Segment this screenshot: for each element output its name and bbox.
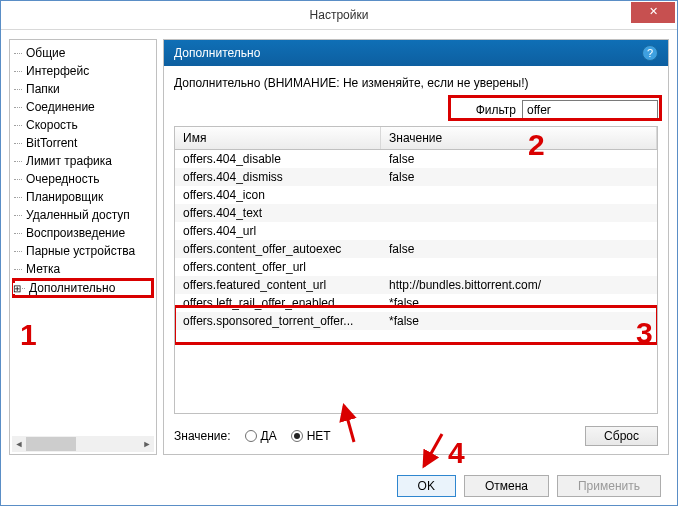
cell-name: offers.sponsored_torrent_offer... (175, 313, 381, 329)
table-row[interactable]: offers.sponsored_torrent_offer...*false (175, 312, 657, 330)
cell-name: offers.content_offer_url (175, 259, 381, 275)
content-area: Общие Интерфейс Папки Соединение Скорост… (9, 39, 669, 455)
radio-no[interactable]: НЕТ (291, 429, 331, 443)
cell-value: http://bundles.bittorrent.com/ (381, 277, 657, 293)
cell-value (381, 187, 657, 203)
tree-item-queue[interactable]: Очередность (12, 170, 154, 188)
filter-row: Фильтр (164, 94, 668, 126)
tree-root: Общие Интерфейс Папки Соединение Скорост… (10, 40, 156, 302)
cell-name: offers.404_icon (175, 187, 381, 203)
cell-value (381, 205, 657, 221)
cell-name: offers.content_offer_autoexec (175, 241, 381, 257)
reset-button[interactable]: Сброс (585, 426, 658, 446)
cell-value: *false (381, 313, 657, 329)
table-row[interactable]: offers.404_icon (175, 186, 657, 204)
tree-item-advanced[interactable]: Дополнительно (12, 278, 154, 298)
cell-value: false (381, 169, 657, 185)
advanced-table[interactable]: Имя Значение offers.404_disablefalseoffe… (174, 126, 658, 414)
table-row[interactable]: offers.404_text (175, 204, 657, 222)
cell-value: *false (381, 295, 657, 311)
filter-label: Фильтр (476, 103, 516, 117)
tree-item-bittorrent[interactable]: BitTorrent (12, 134, 154, 152)
tree-item-speed[interactable]: Скорость (12, 116, 154, 134)
horizontal-scrollbar[interactable]: ◄ ► (12, 436, 154, 452)
table-header: Имя Значение (175, 127, 657, 150)
panel-header: Дополнительно ? (164, 40, 668, 66)
cell-name: offers.featured_content_url (175, 277, 381, 293)
scroll-left-arrow[interactable]: ◄ (12, 437, 26, 451)
cancel-button[interactable]: Отмена (464, 475, 549, 497)
tree-item-folders[interactable]: Папки (12, 80, 154, 98)
scroll-right-arrow[interactable]: ► (140, 437, 154, 451)
tree-item-paired[interactable]: Парные устройства (12, 242, 154, 260)
cell-name: offers.left_rail_offer_enabled (175, 295, 381, 311)
tree-item-label[interactable]: Метка (12, 260, 154, 278)
value-label: Значение: (174, 429, 231, 443)
table-row[interactable]: offers.404_disablefalse (175, 150, 657, 168)
cell-value: false (381, 241, 657, 257)
filter-input[interactable] (522, 100, 658, 120)
radio-yes-label: ДА (261, 429, 277, 443)
window-title: Настройки (1, 8, 677, 22)
table-row[interactable]: offers.404_url (175, 222, 657, 240)
radio-yes-dot (245, 430, 257, 442)
tree-item-bandwidth[interactable]: Лимит трафика (12, 152, 154, 170)
tree-item-remote[interactable]: Удаленный доступ (12, 206, 154, 224)
cell-name: offers.404_dismiss (175, 169, 381, 185)
titlebar: Настройки ✕ (1, 1, 677, 30)
table-body: offers.404_disablefalseoffers.404_dismis… (175, 150, 657, 330)
table-row[interactable]: offers.content_offer_url (175, 258, 657, 276)
table-row[interactable]: offers.content_offer_autoexecfalse (175, 240, 657, 258)
table-row[interactable]: offers.404_dismissfalse (175, 168, 657, 186)
radio-no-dot (291, 430, 303, 442)
table-row[interactable]: offers.featured_content_urlhttp://bundle… (175, 276, 657, 294)
tree-item-connection[interactable]: Соединение (12, 98, 154, 116)
apply-button: Применить (557, 475, 661, 497)
column-value[interactable]: Значение (381, 127, 657, 149)
cell-name: offers.404_text (175, 205, 381, 221)
radio-yes[interactable]: ДА (245, 429, 277, 443)
radio-no-label: НЕТ (307, 429, 331, 443)
cell-name: offers.404_url (175, 223, 381, 239)
ok-button[interactable]: OK (397, 475, 456, 497)
tree-item-general[interactable]: Общие (12, 44, 154, 62)
cell-value (381, 223, 657, 239)
scroll-thumb[interactable] (26, 437, 76, 451)
category-tree[interactable]: Общие Интерфейс Папки Соединение Скорост… (9, 39, 157, 455)
warning-text: Дополнительно (ВНИМАНИЕ: Не изменяйте, е… (164, 66, 668, 94)
cell-value (381, 259, 657, 275)
table-row[interactable]: offers.left_rail_offer_enabled*false (175, 294, 657, 312)
close-button[interactable]: ✕ (631, 2, 675, 23)
cell-value: false (381, 151, 657, 167)
main-panel: Дополнительно ? Дополнительно (ВНИМАНИЕ:… (163, 39, 669, 455)
cell-name: offers.404_disable (175, 151, 381, 167)
column-name[interactable]: Имя (175, 127, 381, 149)
tree-item-interface[interactable]: Интерфейс (12, 62, 154, 80)
settings-window: Настройки ✕ Общие Интерфейс Папки Соедин… (0, 0, 678, 506)
tree-item-scheduler[interactable]: Планировщик (12, 188, 154, 206)
panel-title: Дополнительно (174, 46, 260, 60)
help-icon[interactable]: ? (642, 45, 658, 61)
value-editor-row: Значение: ДА НЕТ Сброс (164, 414, 668, 454)
dialog-buttons: OK Отмена Применить (1, 475, 677, 497)
tree-item-playback[interactable]: Воспроизведение (12, 224, 154, 242)
